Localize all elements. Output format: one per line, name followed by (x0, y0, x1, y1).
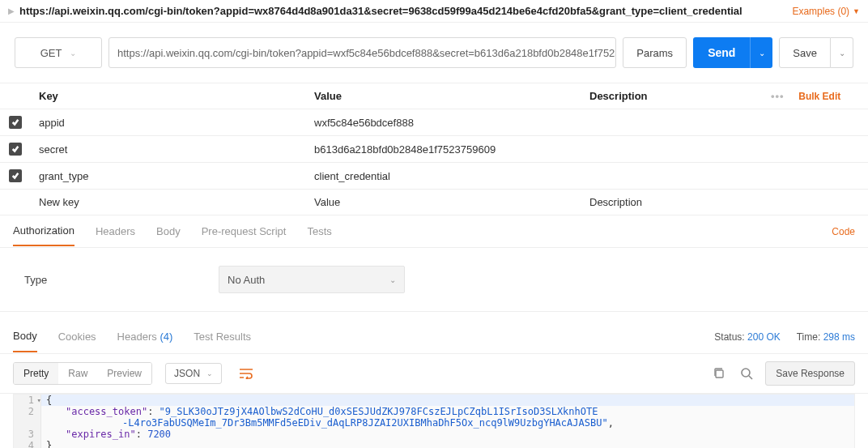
auth-type-label: Type (24, 274, 219, 286)
method-select[interactable]: GET ⌄ (15, 37, 102, 68)
checkbox-icon[interactable] (9, 116, 22, 129)
view-pretty[interactable]: Pretty (14, 363, 58, 384)
chevron-down-icon: ⌄ (389, 275, 396, 284)
param-desc[interactable] (581, 136, 763, 163)
col-value: Value (306, 83, 581, 109)
param-value[interactable]: b613d6a218bfd0b2848e1f7523759609 (306, 136, 581, 163)
tab-prereq[interactable]: Pre-request Script (202, 217, 287, 245)
auth-type-value: No Auth (228, 274, 265, 286)
param-value[interactable]: client_credential (306, 163, 581, 190)
param-value[interactable]: wxf5c84e56bdcef888 (306, 109, 581, 136)
more-icon[interactable]: ••• (771, 90, 785, 102)
view-mode-group: Pretty Raw Preview (13, 362, 152, 385)
tab-tests[interactable]: Tests (307, 217, 331, 245)
param-desc[interactable] (581, 109, 763, 136)
chevron-down-icon: ⌄ (70, 49, 76, 58)
bulk-edit-link[interactable]: Bulk Edit (798, 91, 840, 102)
search-icon[interactable] (738, 365, 755, 382)
examples-dropdown[interactable]: Examples (0) ▼ (792, 6, 860, 17)
new-value[interactable]: Value (306, 190, 581, 215)
table-row: appid wxf5c84e56bdcef888 (0, 109, 868, 136)
examples-label: Examples (0) (792, 6, 849, 17)
view-preview[interactable]: Preview (97, 363, 151, 384)
save-dropdown[interactable]: ⌄ (831, 37, 853, 68)
checkbox-icon[interactable] (9, 169, 22, 182)
resp-tab-tests[interactable]: Test Results (194, 322, 251, 352)
send-dropdown[interactable]: ⌄ (750, 37, 772, 68)
svg-rect-0 (716, 370, 723, 378)
caret-down-icon: ▼ (853, 7, 860, 15)
table-row: grant_type client_credential (0, 163, 868, 190)
time-info: Time: 298 ms (797, 331, 855, 343)
svg-point-1 (742, 369, 750, 377)
auth-type-select[interactable]: No Auth ⌄ (219, 266, 405, 293)
params-button[interactable]: Params (623, 37, 687, 68)
param-key[interactable]: appid (31, 109, 306, 136)
save-button[interactable]: Save (779, 37, 831, 68)
table-row-new: New key Value Description (0, 190, 868, 215)
request-name: https://api.weixin.qq.com/cgi-bin/token?… (19, 5, 792, 17)
url-input[interactable]: https://api.weixin.qq.com/cgi-bin/token?… (108, 37, 616, 68)
tab-authorization[interactable]: Authorization (13, 216, 74, 246)
resp-tab-body[interactable]: Body (13, 321, 37, 352)
new-desc[interactable]: Description (581, 190, 763, 215)
params-table: Key Value Description ••• Bulk Edit appi… (0, 83, 868, 215)
param-key[interactable]: grant_type (31, 163, 306, 190)
wrap-lines-icon[interactable] (235, 362, 257, 385)
param-key[interactable]: secret (31, 136, 306, 163)
copy-icon[interactable] (710, 365, 728, 382)
param-desc[interactable] (581, 163, 763, 190)
code-link[interactable]: Code (832, 226, 855, 237)
send-button[interactable]: Send (693, 37, 750, 68)
resp-tab-headers[interactable]: Headers (4) (117, 322, 173, 352)
status-info: Status: 200 OK (714, 331, 780, 343)
expand-icon[interactable]: ▶ (8, 6, 15, 15)
col-key: Key (31, 83, 306, 109)
method-value: GET (40, 47, 62, 59)
tab-body[interactable]: Body (156, 217, 181, 245)
checkbox-icon[interactable] (9, 143, 22, 156)
resp-tab-cookies[interactable]: Cookies (58, 322, 96, 352)
tab-headers[interactable]: Headers (96, 217, 135, 245)
format-select[interactable]: JSON ⌄ (165, 363, 222, 384)
response-body[interactable]: 1▾{ 2"access_token": "9_SLK30oJTz9jX4AOl… (13, 394, 855, 448)
col-description: Description (581, 83, 763, 109)
view-raw[interactable]: Raw (58, 363, 97, 384)
new-key[interactable]: New key (31, 190, 306, 215)
fold-icon[interactable]: ▾ (37, 396, 41, 404)
table-row: secret b613d6a218bfd0b2848e1f7523759609 (0, 136, 868, 163)
chevron-down-icon: ⌄ (206, 369, 213, 378)
save-response-button[interactable]: Save Response (765, 361, 855, 386)
